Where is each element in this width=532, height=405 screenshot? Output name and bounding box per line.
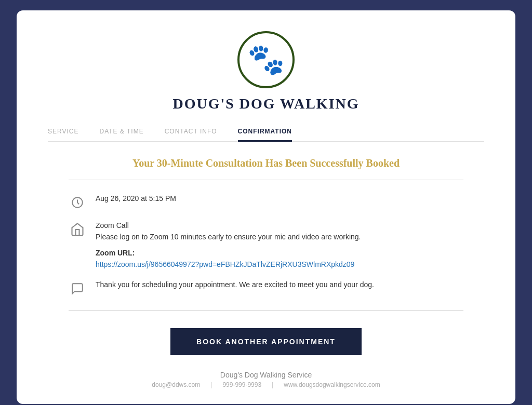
footer-website: www.dougsdogwalkingservice.com — [284, 381, 380, 388]
zoom-label: Zoom URL: — [96, 247, 361, 259]
steps-nav: SERVICE DATE & TIME CONTACT INFO CONFIRM… — [48, 128, 484, 142]
footer-email: doug@ddws.com — [152, 381, 200, 388]
comment-row: Thank you for scheduling your appointmen… — [69, 279, 463, 298]
location-note: Please log on to Zoom 10 minutes early t… — [96, 233, 361, 241]
location-text: Zoom Call Please log on to Zoom 10 minut… — [96, 220, 361, 271]
footer-sep-2: | — [272, 381, 273, 388]
location-row: Zoom Call Please log on to Zoom 10 minut… — [69, 220, 463, 271]
thank-you-text: Thank you for scheduling your appointmen… — [96, 279, 374, 290]
success-title: Your 30-Minute Consultation Has Been Suc… — [132, 157, 400, 169]
footer-sep-1: | — [210, 381, 212, 388]
paw-icon: 🐾 — [247, 45, 285, 75]
footer-company: Doug's Dog Walking Service — [152, 371, 380, 379]
step-confirmation[interactable]: CONFIRMATION — [238, 128, 292, 142]
footer: Doug's Dog Walking Service doug@ddws.com… — [152, 371, 380, 388]
step-service[interactable]: SERVICE — [48, 128, 78, 142]
location-icon — [69, 221, 86, 238]
datetime-row: Aug 26, 2020 at 5:15 PM — [69, 193, 463, 211]
datetime-text: Aug 26, 2020 at 5:15 PM — [96, 193, 176, 204]
book-another-button[interactable]: BOOK ANOTHER APPOINTMENT — [170, 328, 362, 355]
step-date-time[interactable]: DATE & TIME — [99, 128, 143, 142]
footer-phone: 999-999-9993 — [222, 381, 261, 388]
location-svg — [70, 222, 85, 237]
logo-circle: 🐾 — [237, 31, 295, 88]
brand-name: DOUG'S DOG WALKING — [172, 96, 359, 112]
logo-section: 🐾 DOUG'S DOG WALKING — [172, 31, 359, 112]
clock-svg — [71, 196, 84, 209]
location-name: Zoom Call — [96, 221, 129, 230]
main-card: 🐾 DOUG'S DOG WALKING SERVICE DATE & TIME… — [17, 10, 515, 404]
clock-icon — [69, 194, 86, 211]
info-section: Aug 26, 2020 at 5:15 PM Zoom Call Please… — [69, 193, 463, 298]
main-content: Your 30-Minute Consultation Has Been Suc… — [69, 157, 463, 371]
comment-icon — [69, 280, 86, 298]
footer-details: doug@ddws.com | 999-999-9993 | www.dougs… — [152, 381, 380, 388]
comment-svg — [71, 282, 84, 295]
top-divider — [69, 180, 463, 180]
zoom-url-link[interactable]: https://zoom.us/j/96566049972?pwd=eFBHZk… — [96, 259, 361, 270]
step-contact-info[interactable]: CONTACT INFO — [165, 128, 217, 142]
bottom-divider — [69, 310, 463, 310]
